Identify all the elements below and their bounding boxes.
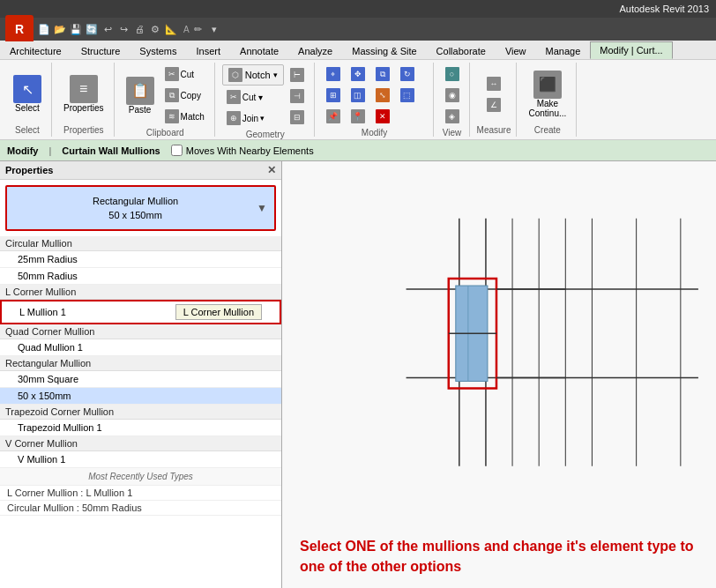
- offset-btn[interactable]: ⊟: [286, 108, 309, 127]
- delete-btn[interactable]: ✕: [371, 107, 394, 126]
- drawing-canvas[interactable]: Select ONE of the mullions and change it…: [282, 161, 716, 588]
- category-v-corner: V Corner Mullion: [0, 436, 281, 451]
- tab-manage[interactable]: Manage: [536, 41, 591, 59]
- type-selector: Rectangular Mullion 50 x 150mm ▼: [5, 185, 276, 231]
- tab-analyze[interactable]: Analyze: [288, 41, 342, 59]
- modify-bar-label1: Modify: [7, 145, 38, 156]
- override-btn[interactable]: ◈: [441, 107, 464, 126]
- modify-btn-grid: ⌖ ✥ ⧉ ↻ ⊞ ◫ ⤡ ⬚ 📌 📍 ✕: [322, 64, 428, 126]
- recent-item-1[interactable]: L Corner Mullion : L Mullion 1: [0, 486, 281, 501]
- qat-measure[interactable]: 📐: [164, 22, 178, 36]
- mullion-50x150mm[interactable]: 50 x 150mm: [0, 388, 281, 405]
- pin-btn[interactable]: 📌: [322, 107, 345, 126]
- trim-btn[interactable]: ⊣: [286, 86, 309, 106]
- notch-button[interactable]: ⬡ Notch ▾: [222, 64, 284, 86]
- tab-modify[interactable]: Modify | Curt...: [590, 41, 672, 59]
- qat-settings[interactable]: ⚙: [148, 22, 162, 36]
- tab-annotate[interactable]: Annotate: [230, 41, 288, 59]
- moves-with-nearby-checkbox-wrapper[interactable]: Moves With Nearby Elements: [171, 145, 314, 156]
- cut-geo-button[interactable]: ✂ Cut ▾: [222, 87, 284, 107]
- rotate-btn[interactable]: ↻: [396, 64, 419, 84]
- modify-bar-sep: |: [48, 145, 51, 156]
- create-group-label: Create: [534, 123, 561, 135]
- pin-icon: 📌: [326, 109, 340, 123]
- tab-massing[interactable]: Massing & Site: [342, 41, 426, 59]
- qat-undo[interactable]: ↩: [101, 22, 115, 36]
- tab-systems[interactable]: Systems: [130, 41, 186, 59]
- align-icon: ⌖: [326, 67, 340, 81]
- cut-geo-icon: ✂: [227, 90, 241, 104]
- mirror1-btn[interactable]: ◫: [347, 86, 369, 105]
- mullion-30mm-square[interactable]: 30mm Square: [0, 371, 281, 388]
- modify-bar-label2: Curtain Wall Mullions: [62, 145, 160, 156]
- qat-redo[interactable]: ↪: [116, 22, 131, 36]
- category-quad-corner: Quad Corner Mullion: [0, 324, 281, 339]
- select-buttons: ↖ Select: [9, 64, 46, 123]
- mullion-quad-mullion-1[interactable]: Quad Mullion 1: [0, 339, 281, 356]
- tab-architecture[interactable]: Architecture: [0, 41, 71, 59]
- copy-mod-btn[interactable]: ⧉: [371, 64, 394, 84]
- ribbon-group-clipboard: 📋 Paste ✂ Cut ⧉ Copy ≋ Match: [116, 63, 215, 137]
- array-icon: ⊞: [326, 88, 340, 102]
- tab-view[interactable]: View: [496, 41, 536, 59]
- properties-button[interactable]: ≡ Properties: [59, 72, 108, 115]
- tab-insert[interactable]: Insert: [187, 41, 231, 59]
- recent-item-2[interactable]: Circular Mullion : 50mm Radius: [0, 501, 281, 516]
- qat-print[interactable]: 🖨: [132, 22, 146, 36]
- tab-collaborate[interactable]: Collaborate: [427, 41, 496, 59]
- unpin-btn[interactable]: 📍: [347, 107, 369, 126]
- create-btns: ⬛ Make Continu...: [524, 64, 571, 123]
- revit-logo[interactable]: R: [5, 15, 34, 43]
- matchprop-button[interactable]: ≋ Match: [160, 107, 209, 126]
- offset-icon: ⊟: [290, 110, 304, 124]
- mullion-list[interactable]: Circular Mullion 25mm Radius 50mm Radius…: [0, 236, 281, 588]
- select-group-label: Select: [15, 123, 40, 135]
- hide-elem-btn[interactable]: ○: [441, 64, 464, 84]
- mullion-50mm-radius[interactable]: 50mm Radius: [0, 268, 281, 285]
- tab-structure[interactable]: Structure: [71, 41, 131, 59]
- ribbon-group-select: ↖ Select Select: [4, 63, 52, 137]
- make-continuous-btn[interactable]: ⬛ Make Continu...: [524, 68, 571, 121]
- qat-save[interactable]: 💾: [69, 22, 83, 36]
- panel-close-button[interactable]: ✕: [267, 164, 276, 176]
- qat-open[interactable]: 📂: [53, 22, 67, 36]
- qat-more[interactable]: ▾: [207, 22, 221, 36]
- mullion-l-mullion-1[interactable]: L Mullion 1 L Corner Mullion: [0, 300, 281, 324]
- scale-btn[interactable]: ⤡: [371, 86, 394, 105]
- measure-angle-btn[interactable]: ∠: [482, 95, 505, 115]
- mullion-trapezoid-1[interactable]: Trapezoid Mullion 1: [0, 420, 281, 436]
- join-button[interactable]: ⊕ Join ▾: [222, 108, 284, 128]
- paste-button[interactable]: 📋 Paste: [122, 74, 159, 117]
- copy-icon: ⧉: [165, 88, 179, 102]
- mullion-v-mullion-1[interactable]: V Mullion 1: [0, 451, 281, 468]
- qat-sync[interactable]: 🔄: [85, 22, 99, 36]
- modify-bar: Modify | Curtain Wall Mullions Moves Wit…: [0, 140, 716, 161]
- moves-with-nearby-checkbox[interactable]: [171, 145, 183, 156]
- split-btn[interactable]: ⊢: [286, 65, 309, 85]
- quick-access-toolbar: R 📄 📂 💾 🔄 ↩ ↪ 🖨 ⚙ 📐 A ✏ ▾: [0, 18, 716, 41]
- move-btn[interactable]: ✥: [347, 64, 369, 84]
- type-dropdown-arrow[interactable]: ▼: [257, 202, 267, 214]
- array-btn[interactable]: ⊞: [322, 86, 345, 105]
- modify-button[interactable]: ↖ Select: [9, 72, 46, 115]
- moves-with-nearby-label: Moves With Nearby Elements: [186, 145, 314, 156]
- cut-button[interactable]: ✂ Cut: [160, 64, 209, 84]
- category-trapezoid: Trapezoid Corner Mullion: [0, 405, 281, 420]
- copy-button[interactable]: ⧉ Copy: [160, 86, 209, 105]
- ribbon: Architecture Structure Systems Insert An…: [0, 41, 716, 140]
- clipboard-small-btns: ✂ Cut ⧉ Copy ≋ Match: [160, 64, 209, 126]
- matchprop-icon: ≋: [165, 109, 179, 123]
- mirror2-btn[interactable]: ⬚: [396, 86, 419, 105]
- selected-type-name: Rectangular Mullion: [14, 194, 257, 209]
- override-icon: ◈: [445, 109, 459, 123]
- align-btn[interactable]: ⌖: [322, 64, 345, 84]
- qat-annotate[interactable]: ✏: [191, 22, 205, 36]
- show-elem-btn[interactable]: ◉: [441, 86, 464, 105]
- qat-new[interactable]: 📄: [37, 22, 51, 36]
- properties-group-label: Properties: [63, 123, 104, 135]
- modify-btns: ⌖ ✥ ⧉ ↻ ⊞ ◫ ⤡ ⬚ 📌 📍 ✕: [322, 64, 428, 126]
- measure-dist-btn[interactable]: ↔: [482, 74, 505, 93]
- modify-icon: ↖: [13, 75, 41, 103]
- mullion-25mm-radius[interactable]: 25mm Radius: [0, 251, 281, 268]
- ribbon-group-modify: ⌖ ✥ ⧉ ↻ ⊞ ◫ ⤡ ⬚ 📌 📍 ✕ Modify: [317, 63, 434, 137]
